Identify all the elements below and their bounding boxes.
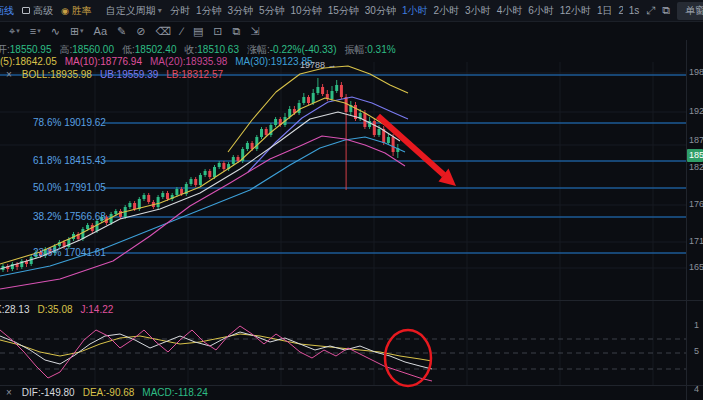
drawing-toolbar: ⌖▾≡▾∿⊞▾Aa✎⊘⌫∕▤⊡⧉⇲ (0, 22, 703, 40)
draw-line-button[interactable]: 画线 (0, 4, 14, 18)
period-tab-5[interactable]: 15分钟 (328, 4, 359, 18)
duplicate-tool-icon: ⧉ (233, 25, 241, 38)
macd-value-2: MACD:-118.24 (142, 387, 207, 398)
candle-body (302, 97, 305, 103)
fib-label-61.8%[interactable]: 61.8% 18415.43 (33, 155, 106, 166)
candle-body (237, 157, 240, 161)
ohlc-value: -0.22%(-40.33) (270, 44, 337, 55)
period-tab-11[interactable]: 6小时 (528, 4, 554, 18)
period-tab-3[interactable]: 5分钟 (259, 4, 285, 18)
candle-body (331, 91, 334, 99)
j-line (0, 326, 432, 381)
fib-label-78.6%[interactable]: 78.6% 19019.62 (33, 117, 106, 128)
ohlc-value: 18550.95 (10, 44, 52, 55)
price-axis-label-6: 16500 (689, 262, 703, 272)
brush-tool[interactable]: ✎ (114, 25, 129, 38)
price-axis-label-3: 18200 (689, 162, 703, 172)
wave-tool[interactable]: ∿ (48, 25, 63, 38)
period-tab-7[interactable]: 1小时 (402, 4, 428, 18)
custom-period-dropdown[interactable]: 自定义周期 ▾ (106, 4, 162, 18)
eraser-tool[interactable]: ⌫ (153, 25, 175, 38)
chevron-down-icon: ▾ (16, 27, 20, 35)
period-tab-10[interactable]: 4小时 (497, 4, 523, 18)
macd-info-row: × DIF:-149.80DEA:-90.68MACD:-118.24 (6, 387, 208, 398)
text-tool-icon: Aa (94, 25, 107, 37)
period-tab-8[interactable]: 2小时 (434, 4, 460, 18)
ma-value-1: MA(10):18776.94 (65, 56, 142, 67)
candle-body (312, 93, 315, 103)
period-tab-0[interactable]: 分时 (170, 4, 190, 18)
price-axis-label-4: 17600 (689, 199, 703, 209)
kdj-info-row: K:28.13D:35.08J:14.22 (0, 304, 113, 315)
ohlc-info-row: 开:18550.95高:18560.00低:18502.40收:18510.63… (0, 43, 396, 57)
period-tab-6[interactable]: 30分钟 (365, 4, 396, 18)
candle-body (378, 129, 381, 135)
screenshot-tool[interactable]: ⇲ (247, 25, 262, 38)
candle-body (316, 87, 319, 93)
chevron-down-icon: ▾ (158, 6, 162, 15)
boll-close-icon[interactable]: × (6, 69, 12, 80)
candle-body (199, 175, 202, 185)
kdj-value-2: J:14.22 (81, 304, 114, 315)
candle-body (274, 119, 277, 125)
ohlc-label: 振幅: (344, 44, 367, 55)
candle-body (190, 179, 193, 184)
ohlc-item-2: 低:18502.40 (122, 43, 177, 57)
ohlc-label: 涨幅: (247, 44, 270, 55)
candle-body (194, 179, 197, 185)
ohlc-item-4: 涨幅:-0.22%(-40.33) (247, 43, 336, 57)
fib-label-23.6%[interactable]: 23.6% 17041.61 (33, 247, 106, 258)
fib-label-50.0%[interactable]: 50.0% 17991.05 (33, 182, 106, 193)
candle-body (119, 211, 122, 217)
kdj-axis-label-0: 1 (694, 320, 703, 330)
top-toolbar: 画线 高级 ◉ 胜率 自定义周期 ▾ 分时1分钟3分钟5分钟10分钟15分钟30… (0, 0, 703, 22)
pattern-tool[interactable]: ▤ (190, 25, 206, 38)
lock-tool[interactable]: ⊡ (210, 25, 225, 38)
boll-value-0: BOLL:18935.98 (22, 69, 92, 80)
candle-body (246, 143, 249, 149)
grid-layout-tool[interactable]: ⊞▾ (67, 25, 87, 38)
period-tab-1[interactable]: 1分钟 (196, 4, 222, 18)
candle-body (180, 189, 183, 194)
period-tab-2[interactable]: 3分钟 (227, 4, 253, 18)
period-tabs: 分时1分钟3分钟5分钟10分钟15分钟30分钟1小时2小时3小时4小时6小时12… (170, 4, 623, 18)
fullscreen-icon[interactable]: ⤢ (646, 4, 655, 17)
candle-body (387, 137, 390, 143)
period-tab-13[interactable]: 1日 (597, 4, 613, 18)
single-window-button[interactable]: 单窗 (677, 2, 703, 20)
ellipse-tool[interactable]: ⊘ (133, 25, 148, 38)
period-tab-4[interactable]: 10分钟 (291, 4, 322, 18)
macd-close-icon[interactable]: × (6, 387, 12, 398)
speed-label[interactable]: 1s (629, 5, 640, 16)
grid-layout-tool-icon: ⊞ (70, 25, 79, 38)
fib-label-38.2%[interactable]: 38.2% 17566.68 (33, 211, 106, 222)
text-tool[interactable]: Aa (91, 25, 110, 37)
toolbar-left-group: 画线 高级 ◉ 胜率 (0, 4, 92, 18)
advanced-icon (22, 7, 30, 14)
candle-body (133, 203, 136, 209)
candle-body (298, 103, 301, 113)
winrate-label: 胜率 (72, 4, 92, 18)
candle-body (175, 189, 178, 195)
candle-body (208, 171, 211, 177)
pen-tool[interactable]: ∕ (178, 25, 186, 37)
candle-body (260, 129, 263, 137)
candle-body (373, 121, 376, 135)
kdj-value-0: K:28.13 (0, 304, 29, 315)
trend-line-tool[interactable]: ≡▾ (27, 25, 44, 37)
red-circle-annotation[interactable] (385, 330, 431, 386)
ohlc-item-3: 收:18510.63 (185, 43, 240, 57)
crosshair-tool[interactable]: ⌖▾ (6, 25, 23, 38)
advanced-button[interactable]: 高级 (22, 4, 53, 18)
swing-high-label: 19788 → (300, 60, 337, 70)
candle-body (335, 85, 338, 91)
popout-icon[interactable]: ⧉ (662, 4, 670, 17)
winrate-button[interactable]: ◉ 胜率 (61, 4, 92, 18)
ohlc-label: 开: (0, 44, 10, 55)
candle-body (86, 225, 89, 229)
period-tab-9[interactable]: 3小时 (465, 4, 491, 18)
ohlc-value: 0.31% (367, 44, 395, 55)
duplicate-tool[interactable]: ⧉ (230, 25, 244, 38)
candle-body (204, 171, 207, 175)
period-tab-12[interactable]: 12小时 (560, 4, 591, 18)
